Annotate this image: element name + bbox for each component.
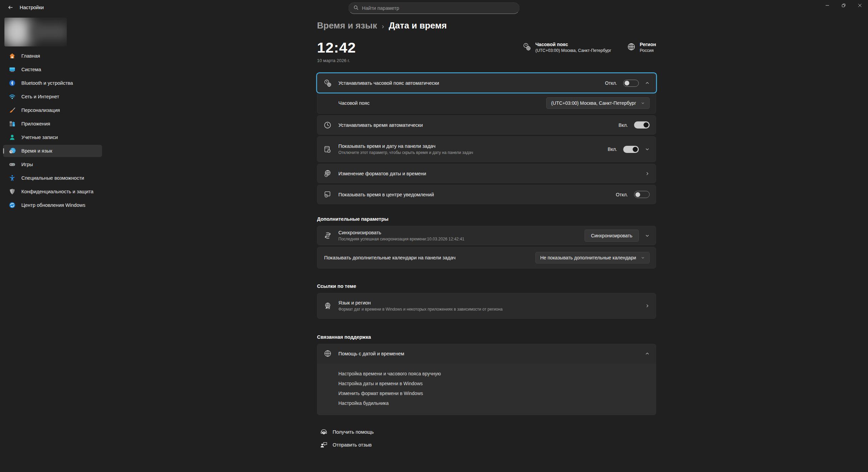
sidebar-item-accounts[interactable]: Учетные записи [3, 131, 102, 143]
taskbar-datetime-row[interactable]: Показывать время и дату на панели задач … [317, 136, 656, 162]
row-title: Устанавливать время автоматически [338, 122, 618, 128]
get-help-label: Получить помощь [333, 429, 374, 435]
close-button[interactable] [852, 0, 868, 12]
sidebar-item-label: Специальные возможности [21, 175, 84, 181]
sync-now-button[interactable]: Синхронизировать [585, 230, 639, 242]
extra-calendars-select[interactable]: Не показывать дополнительные календари [535, 252, 650, 263]
extra-calendars-row: Показывать дополнительные календари на п… [317, 247, 656, 269]
sidebar-item-accessibility[interactable]: Специальные возможности [3, 172, 102, 184]
row-title: Показывать время в центре уведомлений [338, 192, 616, 197]
headset-help-icon [320, 428, 328, 436]
sidebar-item-privacy[interactable]: Конфиденциальность и защита [3, 185, 102, 198]
support-link[interactable]: Настройка даты и времени в Windows [338, 381, 423, 386]
sidebar-item-gaming[interactable]: Игры [3, 158, 102, 171]
accessibility-icon [8, 174, 16, 182]
support-link[interactable]: Изменить формат времени в Windows [338, 391, 423, 396]
account-icon [8, 134, 16, 141]
sidebar-item-apps[interactable]: Приложения [3, 118, 102, 130]
breadcrumb: Время и язык › Дата и время [317, 20, 656, 31]
sidebar-item-windows-update[interactable]: Центр обновления Windows [3, 199, 102, 211]
apps-icon [8, 120, 16, 127]
notification-clock-icon [323, 190, 332, 199]
row-title: Синхронизировать [338, 230, 585, 235]
support-link[interactable]: Настройка времени и часового пояса вручн… [338, 371, 441, 376]
clock-globe-icon [522, 42, 531, 53]
chevron-up-icon[interactable] [645, 351, 650, 356]
row-subtitle: Отключите этот параметр, чтобы скрыть вр… [338, 150, 608, 155]
window-controls [819, 0, 868, 12]
timezone-info: Часовой пояс (UTC+03:00) Москва, Санкт-П… [522, 42, 611, 53]
taskbar-datetime-toggle[interactable] [623, 146, 639, 153]
current-time: 12:42 [317, 40, 356, 55]
support-link[interactable]: Настройка будильника [338, 400, 389, 406]
notification-time-toggle[interactable] [634, 191, 650, 198]
support-help-row[interactable]: Помощь с датой и временем [317, 344, 656, 363]
sidebar: Главная Система Bluetooth и устройства С… [0, 16, 105, 472]
clock-icon [323, 121, 332, 129]
timezone-info-title: Часовой пояс [535, 42, 611, 47]
sidebar-item-network[interactable]: Сеть и Интернет [3, 91, 102, 103]
timezone-select-value: (UTC+03:00) Москва, Санкт-Петербург [551, 100, 636, 106]
chevron-right-icon [645, 171, 650, 176]
wifi-icon [8, 93, 16, 100]
search-icon [354, 5, 359, 12]
timezone-select-label: Часовой пояс [338, 100, 370, 106]
back-button[interactable] [5, 3, 16, 13]
region-info: Регион Россия [627, 42, 656, 53]
sidebar-item-label: Конфиденциальность и защита [21, 189, 94, 194]
sidebar-item-label: Bluetooth и устройства [21, 80, 73, 86]
send-feedback-link[interactable]: Отправить отзыв [320, 441, 372, 449]
auto-timezone-row[interactable]: Устанавливать часовой пояс автоматически… [317, 73, 656, 93]
auto-time-toggle[interactable] [634, 121, 650, 129]
user-profile-blurred[interactable] [4, 18, 67, 46]
timezone-auto-icon [323, 79, 332, 87]
sidebar-item-bluetooth[interactable]: Bluetooth и устройства [3, 77, 102, 89]
breadcrumb-parent[interactable]: Время и язык [317, 20, 377, 31]
sync-row: Синхронизировать Последняя успешная синх… [317, 226, 656, 245]
breadcrumb-separator: › [382, 21, 384, 30]
sidebar-item-label: Приложения [21, 121, 50, 126]
toggle-state-label: Откл. [616, 192, 628, 197]
user-name-blurred [31, 24, 67, 40]
chevron-down-icon[interactable] [645, 147, 650, 152]
row-title: Помощь с датой и временем [338, 351, 645, 356]
sidebar-item-personalization[interactable]: Персонализация [3, 104, 102, 116]
time-language-icon [8, 147, 16, 155]
sidebar-item-home[interactable]: Главная [3, 50, 102, 62]
get-help-link[interactable]: Получить помощь [320, 428, 374, 436]
support-links: Настройка времени и часового пояса вручн… [317, 363, 656, 415]
brush-icon [8, 106, 16, 114]
feedback-icon [320, 441, 328, 449]
footer-links: Получить помощь Отправить отзыв [317, 428, 656, 463]
search-box[interactable] [349, 2, 520, 14]
clock-block: 12:42 10 марта 2026 г. [317, 40, 356, 63]
globe-clock-icon [323, 169, 332, 178]
section-header-related: Ссылки по теме [317, 283, 656, 289]
globe-icon [627, 42, 636, 53]
language-globe-icon [323, 302, 332, 310]
auto-timezone-toggle[interactable] [623, 80, 639, 87]
chevron-up-icon[interactable] [645, 81, 650, 85]
row-subtitle: Последняя успешная синхронизация времени… [338, 237, 585, 241]
formats-row[interactable]: Изменение форматов даты и времени [317, 164, 656, 183]
toggle-state-label: Вкл. [618, 122, 628, 128]
search-input[interactable] [362, 5, 515, 11]
sidebar-item-time-language[interactable]: Время и язык [3, 145, 102, 157]
restore-button[interactable] [835, 0, 852, 12]
section-header-additional: Дополнительные параметры [317, 216, 656, 222]
minimize-button[interactable] [819, 0, 835, 12]
gamepad-icon [8, 161, 16, 168]
sync-clock-icon [323, 231, 332, 240]
close-icon [858, 3, 862, 8]
timezone-select-row: Часовой пояс (UTC+03:00) Москва, Санкт-П… [317, 93, 656, 114]
timezone-select[interactable]: (UTC+03:00) Москва, Санкт-Петербург [546, 97, 650, 109]
auto-time-row[interactable]: Устанавливать время автоматически Вкл. [317, 115, 656, 135]
chevron-down-icon[interactable] [645, 233, 650, 238]
region-info-title: Регион [640, 42, 656, 47]
sidebar-item-label: Центр обновления Windows [21, 202, 85, 208]
sidebar-item-system[interactable]: Система [3, 63, 102, 76]
language-region-row[interactable]: Язык и регион Формат дат и времени в Win… [317, 293, 656, 319]
notification-time-row[interactable]: Показывать время в центре уведомлений От… [317, 185, 656, 204]
titlebar: Настройки [0, 0, 868, 16]
row-title: Показывать время и дату на панели задач [338, 143, 608, 149]
